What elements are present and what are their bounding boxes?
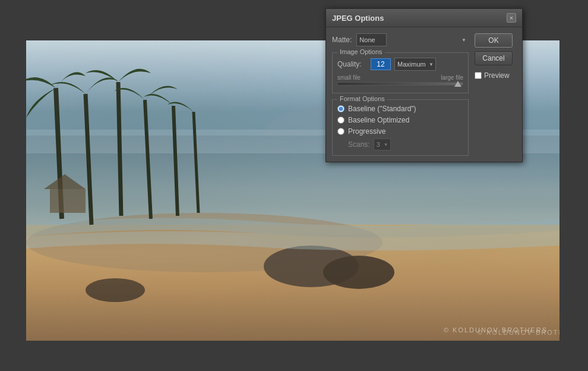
matte-select[interactable]: None White Black: [356, 33, 387, 46]
matte-label: Matte:: [332, 36, 352, 44]
image-options-legend: Image Options: [337, 48, 385, 55]
quality-slider-track[interactable]: [337, 82, 463, 86]
radio-baseline-optimized-label: Baseline Optimized: [348, 116, 409, 124]
svg-rect-15: [50, 189, 86, 213]
svg-point-8: [86, 278, 145, 302]
dialog-titlebar: JPEG Options ×: [326, 9, 522, 27]
svg-point-7: [323, 256, 394, 289]
radio-baseline-standard-label: Baseline ("Standard"): [348, 105, 416, 113]
jpeg-options-dialog: JPEG Options × Matte: None White Black I…: [325, 8, 523, 162]
scans-label: Scans:: [348, 140, 370, 149]
radio-progressive[interactable]: [337, 128, 344, 135]
close-button[interactable]: ×: [507, 13, 516, 23]
slider-label-left: small file: [337, 74, 361, 81]
slider-thumb: [454, 81, 461, 87]
ok-button[interactable]: OK: [475, 33, 513, 48]
radio-baseline-optimized[interactable]: [337, 117, 344, 124]
slider-label-right: large file: [441, 74, 463, 81]
format-options-legend: Format Options: [337, 95, 387, 102]
dialog-title: JPEG Options: [332, 14, 384, 23]
svg-line-11: [118, 82, 121, 216]
preview-label: Preview: [484, 71, 510, 80]
preview-checkbox[interactable]: [475, 72, 482, 79]
quality-input[interactable]: [371, 58, 391, 70]
radio-progressive-label: Progressive: [348, 127, 385, 136]
quality-label: Quality:: [337, 60, 367, 68]
svg-text:© KOLDUNOV BROTHERS: © KOLDUNOV BROTHERS: [478, 329, 559, 336]
scans-select[interactable]: 3 4 5: [374, 139, 391, 150]
quality-preset-select[interactable]: Maximum Very High High Medium Low: [394, 58, 436, 71]
cancel-button[interactable]: Cancel: [475, 51, 513, 65]
radio-baseline-standard[interactable]: [337, 105, 344, 112]
